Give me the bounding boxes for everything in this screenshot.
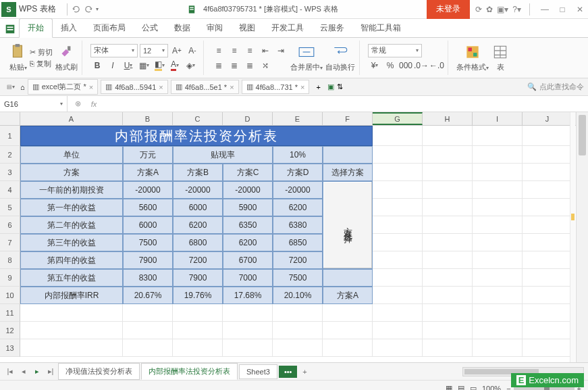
cell[interactable]: 方案A (323, 287, 373, 304)
cell[interactable] (473, 287, 523, 304)
align-left-button[interactable]: ≣ (212, 59, 225, 72)
cut-button[interactable]: ✂剪切 (30, 47, 53, 57)
row-header[interactable]: 6 (0, 216, 20, 234)
cell[interactable] (423, 216, 473, 234)
italic-button[interactable]: I (106, 59, 119, 72)
cell[interactable] (523, 339, 572, 357)
align-middle-button[interactable]: ≡ (228, 44, 241, 57)
tab-devtools[interactable]: 开发工具 (263, 19, 312, 37)
cell[interactable]: 单位 (20, 146, 123, 164)
cell[interactable]: -20000 (223, 181, 273, 199)
sheet-nav-first[interactable]: |◂ (4, 366, 16, 378)
cell[interactable]: 10% (273, 146, 323, 164)
cell[interactable] (323, 146, 373, 164)
close-icon[interactable]: × (159, 83, 163, 91)
cell[interactable]: -20000 (173, 181, 223, 199)
cell[interactable]: 方案D (273, 164, 323, 181)
cell[interactable] (423, 322, 473, 339)
cell[interactable] (373, 234, 423, 251)
cell[interactable] (373, 322, 423, 339)
cell[interactable]: 第三年的收益 (20, 234, 123, 251)
cell[interactable] (523, 269, 572, 287)
doc-tab[interactable]: ▥4f6a8...5e1 *× (171, 80, 239, 94)
col-header[interactable]: D (223, 112, 273, 125)
increase-font-button[interactable]: A+ (170, 44, 184, 57)
cell[interactable]: 万元 (123, 146, 173, 164)
settings-icon[interactable]: ✿ (486, 5, 493, 14)
cell[interactable] (423, 146, 473, 164)
col-header[interactable]: B (123, 112, 173, 125)
cell[interactable]: 7200 (273, 251, 323, 269)
cell[interactable] (523, 234, 572, 251)
cell[interactable] (373, 251, 423, 269)
fill-color-button[interactable]: ◧▾ (153, 59, 166, 72)
conditional-format-button[interactable]: 条件格式▾ (456, 43, 489, 72)
cell[interactable] (473, 216, 523, 234)
col-header[interactable]: E (273, 112, 323, 125)
cell[interactable] (373, 164, 423, 181)
table-format-button[interactable]: 表 (491, 43, 509, 72)
cell[interactable] (373, 339, 423, 357)
font-color-button[interactable]: A▾ (168, 59, 182, 72)
cell[interactable] (273, 339, 323, 357)
cell[interactable]: 第四年的收益 (20, 251, 123, 269)
cell[interactable] (473, 322, 523, 339)
cell[interactable]: 20.67% (123, 287, 173, 304)
cell[interactable] (473, 339, 523, 357)
row-header[interactable]: 12 (0, 322, 20, 339)
col-header[interactable]: H (423, 112, 473, 125)
row-header[interactable]: 2 (0, 146, 20, 164)
cell[interactable] (373, 181, 423, 199)
cell[interactable]: 6800 (173, 234, 223, 251)
file-menu-icon[interactable] (4, 23, 16, 35)
zoom-value[interactable]: 100% (482, 385, 501, 391)
sheet-tab[interactable]: 内部报酬率法投资分析表 (141, 363, 238, 380)
indent-increase-button[interactable]: ⇥ (274, 44, 288, 57)
cell[interactable] (223, 322, 273, 339)
table-title[interactable]: 内部报酬率法投资分析表 (20, 126, 373, 146)
toggle-button[interactable]: ⇅ (337, 82, 343, 91)
doc-tabs-dropdown-icon[interactable]: ▤▾ (7, 84, 15, 90)
cell[interactable] (323, 322, 373, 339)
cell[interactable]: 7500 (123, 234, 173, 251)
tab-data[interactable]: 数据 (166, 19, 198, 37)
overview-scrollbar[interactable] (570, 112, 575, 362)
format-painter-button[interactable]: 格式刷 (55, 43, 78, 72)
comma-button[interactable]: 000 (399, 59, 412, 72)
cell[interactable] (423, 164, 473, 181)
cell[interactable] (473, 146, 523, 164)
cell[interactable]: 6200 (223, 234, 273, 251)
tab-cloud[interactable]: 云服务 (312, 19, 352, 37)
cell[interactable]: 方案 (20, 164, 123, 181)
cell[interactable] (523, 181, 572, 199)
cell[interactable] (523, 216, 572, 234)
increase-decimal-button[interactable]: .0→ (415, 59, 428, 72)
cell[interactable]: 内部报酬率IRR (20, 287, 123, 304)
name-box[interactable]: G16▾ (0, 96, 68, 112)
row-header[interactable]: 11 (0, 304, 20, 322)
cell[interactable]: 选择方案 (323, 164, 373, 181)
cell[interactable]: 7900 (173, 269, 223, 287)
percent-button[interactable]: % (383, 59, 397, 72)
cell[interactable] (373, 269, 423, 287)
col-header[interactable]: F (323, 112, 373, 125)
align-right-button[interactable]: ≣ (243, 59, 257, 72)
undo-icon[interactable] (72, 5, 81, 14)
cell[interactable]: 方案A (123, 164, 173, 181)
sheet-nav-next[interactable]: ▸ (31, 366, 43, 378)
cell[interactable] (173, 304, 223, 322)
cell[interactable] (523, 287, 572, 304)
sync-icon[interactable]: ⟳ (475, 5, 482, 14)
fx-button[interactable]: fx (88, 100, 100, 108)
cell[interactable]: 6380 (273, 216, 323, 234)
sheet-tab[interactable]: 净现值法投资分析表 (58, 363, 140, 380)
doc-tab[interactable]: ▥4f6a8...731 *× (242, 80, 310, 94)
col-header[interactable]: A (20, 112, 123, 125)
close-icon[interactable]: × (89, 83, 93, 91)
cell[interactable] (473, 304, 523, 322)
cell[interactable] (173, 339, 223, 357)
skin-icon[interactable]: ▣▾ (497, 5, 508, 14)
copy-button[interactable]: ⎘复制 (30, 59, 53, 69)
cell[interactable] (373, 287, 423, 304)
search-commands[interactable]: 🔍 点此查找命令 (527, 82, 584, 92)
